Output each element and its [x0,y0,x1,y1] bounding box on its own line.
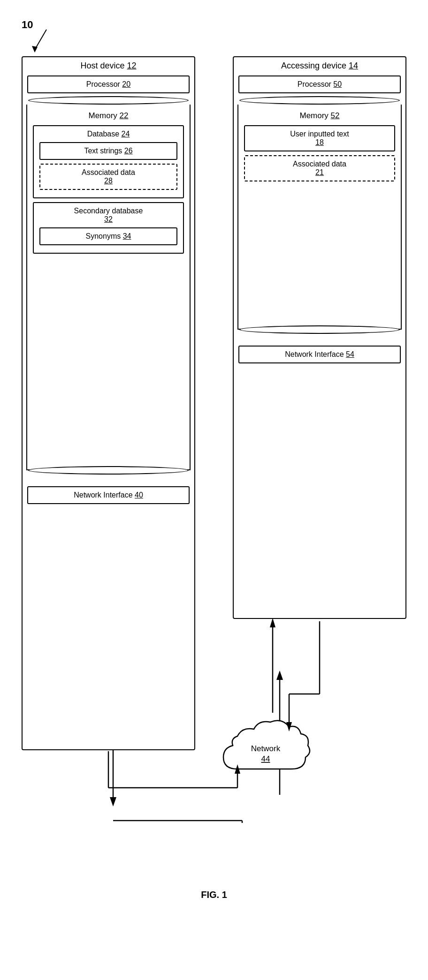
processor-host-box: Processor 20 [27,75,190,93]
user-inputted-text-box: User inputted text 18 [244,125,395,151]
svg-text:44: 44 [261,754,270,763]
text-strings-box: Text strings 26 [39,142,177,160]
network-interface-host-box: Network Interface 40 [27,486,190,504]
memory-accessing-cylinder: Memory 52 User inputted text 18 Associat… [237,96,402,338]
svg-line-6 [35,30,46,50]
associated-data-host-box: Associated data 28 [39,164,177,190]
svg-marker-7 [32,46,38,53]
fig-label: FIG. 1 [201,890,227,900]
ref-arrow-svg [21,27,58,55]
network-interface-accessing-box: Network Interface 54 [238,346,401,363]
memory-host-label: Memory 22 [30,109,187,121]
svg-marker-3 [276,671,283,680]
database-box: Database 24 Text strings 26 Associated d… [33,125,184,198]
memory-host-cylinder: Memory 22 Database 24 Text strings 26 As… [26,96,191,479]
accessing-device-box: Accessing device 14 Processor 50 Memory … [233,56,406,619]
host-device-box: Host device 12 Processor 20 Memory 22 Da… [22,56,195,750]
synonyms-box: Synonyms 34 [39,227,177,245]
accessing-device-title: Accessing device 14 [234,57,405,73]
cloud-svg: Network 44 [219,713,313,788]
network-cloud: Network 44 [219,713,313,788]
host-device-title: Host device 12 [23,57,194,73]
svg-text:Network: Network [251,744,281,753]
memory-accessing-label: Memory 52 [241,109,398,121]
secondary-database-box: Secondary database 32 Synonyms 34 [33,202,184,254]
svg-marker-1 [110,797,116,807]
associated-data-accessing-box: Associated data 21 [244,155,395,181]
processor-accessing-box: Processor 50 [238,75,401,93]
svg-marker-19 [270,618,275,627]
diagram: 10 Host device 12 Processor 20 Memory 22… [12,19,416,910]
